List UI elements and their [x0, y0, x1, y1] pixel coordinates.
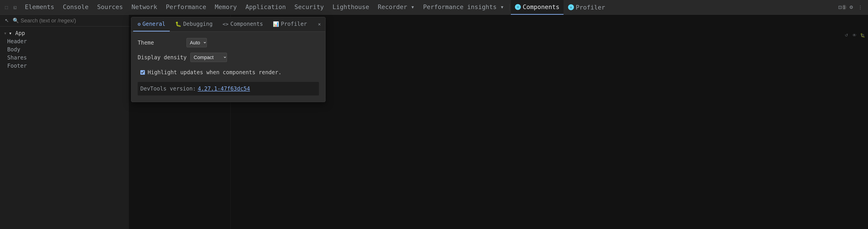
tab-application-label: Application	[246, 3, 286, 10]
components-code-icon: <>	[222, 21, 228, 27]
badge-count: 1	[842, 5, 846, 10]
search-bar-icons: ↖	[3, 17, 11, 25]
tree-label-app: ▾ App	[8, 30, 25, 36]
tab-perf-insights-label: Performance insights ▾	[423, 3, 504, 10]
badge-icon: ⊡	[838, 4, 842, 10]
tab-separator	[509, 4, 509, 11]
general-settings-icon: ⚙	[138, 21, 141, 27]
theme-select[interactable]: Auto Light Dark	[186, 38, 207, 47]
debugging-icon: 🐛	[175, 21, 181, 27]
density-label: Display density	[138, 54, 187, 61]
settings-overlay: ⚙ General 🐛 Debugging <> Components 📊 Pr…	[129, 15, 868, 229]
modal-tab-general-label: General	[143, 21, 165, 27]
modal-tabs: ⚙ General 🐛 Debugging <> Components 📊 Pr…	[131, 17, 325, 32]
tab-profiler-label: Profiler	[576, 4, 605, 11]
theme-row: Theme Auto Light Dark	[138, 38, 319, 47]
tab-elements[interactable]: Elements	[21, 0, 58, 15]
tab-lighthouse[interactable]: Lighthouse	[329, 0, 373, 15]
highlight-label: Highlight updates when components render…	[148, 69, 281, 76]
theme-label: Theme	[138, 39, 183, 46]
close-icon: ×	[318, 22, 321, 27]
tab-recorder[interactable]: Recorder ▾	[374, 0, 418, 15]
search-nav-button[interactable]: ↖	[3, 17, 11, 25]
tab-performance-insights[interactable]: Performance insights ▾	[419, 0, 508, 15]
main-area: ↖ 🔍 ▾ ▾ App Header Body Shares Footer	[0, 15, 868, 229]
tab-components-label: Components	[523, 3, 559, 10]
modal-tab-debugging[interactable]: 🐛 Debugging	[170, 17, 217, 31]
badge-button[interactable]: ⊡ 1	[838, 3, 846, 11]
react-profiler-icon: ⚛	[568, 4, 574, 10]
settings-modal: ⚙ General 🐛 Debugging <> Components 📊 Pr…	[131, 17, 326, 102]
tree-arrow-app: ▾	[4, 30, 7, 36]
tab-security-label: Security	[294, 3, 324, 10]
tabs-right: ⊡ 1 ⚙ ⋮	[838, 3, 867, 11]
devtools-icon-1[interactable]: ⬚	[3, 4, 10, 11]
more-button[interactable]: ⋮	[856, 3, 864, 11]
react-components-icon: ⚛	[515, 4, 521, 10]
modal-tab-components[interactable]: <> Components	[218, 17, 268, 31]
tab-memory[interactable]: Memory	[211, 0, 241, 15]
modal-body: Theme Auto Light Dark Display density Co…	[131, 32, 325, 102]
search-icon: 🔍	[13, 18, 19, 23]
density-row: Display density Compact Comfortable	[138, 53, 319, 62]
gear-icon: ⚙	[849, 4, 853, 10]
tab-sources-label: Sources	[97, 3, 123, 10]
devtools-icon-2[interactable]: ◱	[11, 4, 19, 11]
tree-label-shares: Shares	[7, 55, 27, 61]
version-row: DevTools version: 4.27.1-47f63dc54	[138, 82, 319, 95]
tab-lighthouse-label: Lighthouse	[333, 3, 369, 10]
modal-tab-debugging-label: Debugging	[183, 21, 213, 27]
tab-recorder-label: Recorder ▾	[378, 3, 414, 10]
top-bar: ⬚ ◱ Elements Console Sources Network Per…	[0, 0, 868, 15]
tree-label-body: Body	[7, 47, 20, 53]
tab-performance[interactable]: Performance	[162, 0, 210, 15]
modal-tab-general[interactable]: ⚙ General	[133, 17, 170, 31]
tab-network-label: Network	[131, 3, 157, 10]
version-link[interactable]: 4.27.1-47f63dc54	[198, 86, 250, 92]
modal-tab-profiler-label: Profiler	[281, 21, 307, 27]
highlight-row: Highlight updates when components render…	[138, 67, 319, 77]
tab-profiler[interactable]: ⚛ Profiler	[564, 0, 609, 15]
modal-tab-profiler[interactable]: 📊 Profiler	[268, 17, 311, 31]
tab-security[interactable]: Security	[290, 0, 328, 15]
tab-network[interactable]: Network	[127, 0, 161, 15]
highlight-checkbox[interactable]	[141, 70, 145, 75]
tree-label-header: Header	[7, 38, 27, 45]
tab-memory-label: Memory	[215, 3, 237, 10]
tab-application[interactable]: Application	[241, 0, 290, 15]
modal-tab-components-label: Components	[230, 21, 263, 27]
density-select[interactable]: Compact Comfortable	[190, 53, 227, 62]
more-icon: ⋮	[858, 4, 863, 10]
profiler-chart-icon: 📊	[273, 21, 279, 27]
tab-elements-label: Elements	[25, 3, 54, 10]
modal-close-button[interactable]: ×	[315, 20, 323, 29]
version-label: DevTools version:	[141, 86, 196, 92]
devtools-icons: ⬚ ◱	[1, 4, 20, 11]
tab-performance-label: Performance	[166, 3, 206, 10]
settings-button[interactable]: ⚙	[847, 3, 855, 11]
tab-console-label: Console	[63, 3, 89, 10]
tab-components[interactable]: ⚛ Components	[511, 0, 563, 15]
tab-console[interactable]: Console	[59, 0, 93, 15]
tree-label-footer: Footer	[7, 63, 27, 69]
tab-sources[interactable]: Sources	[93, 0, 127, 15]
